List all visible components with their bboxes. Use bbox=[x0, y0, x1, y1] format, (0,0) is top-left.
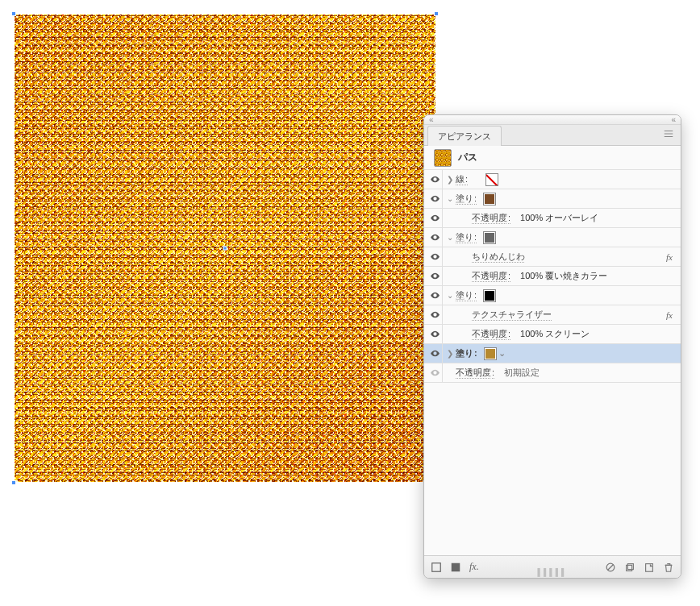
fill-row-4-selected[interactable]: ❯ 塗り ⌄ bbox=[424, 344, 681, 363]
collapse-arrow-icon[interactable]: ⌄ bbox=[444, 194, 456, 203]
fill2-opacity-row[interactable]: 不透明度 100% 覆い焼きカラー bbox=[424, 267, 681, 286]
collapse-right-icon[interactable]: « bbox=[671, 116, 676, 124]
stroke-swatch-none[interactable] bbox=[485, 173, 498, 186]
object-header-row[interactable]: パス bbox=[424, 146, 681, 170]
expand-arrow-icon[interactable]: ❯ bbox=[444, 175, 456, 184]
visibility-toggle[interactable] bbox=[427, 251, 442, 262]
visibility-toggle[interactable] bbox=[427, 174, 442, 185]
fx-badge-icon: fx bbox=[666, 310, 673, 320]
fill-label[interactable]: 塗り bbox=[456, 347, 479, 359]
svg-rect-5 bbox=[627, 563, 633, 569]
fill-row-1[interactable]: ⌄ 塗り bbox=[424, 189, 681, 209]
hamburger-icon bbox=[663, 128, 674, 139]
fill1-opacity-row[interactable]: 不透明度 100% オーバーレイ bbox=[424, 209, 681, 228]
fill-swatch[interactable] bbox=[484, 347, 497, 360]
opacity-label[interactable]: 不透明度 bbox=[472, 212, 512, 224]
add-effect-button[interactable]: fx. bbox=[469, 561, 479, 573]
fill-row-3[interactable]: ⌄ 塗り bbox=[424, 286, 681, 305]
expand-arrow-icon[interactable]: ❯ bbox=[444, 349, 456, 358]
opacity-value[interactable]: 初期設定 bbox=[504, 367, 540, 379]
new-item-button[interactable] bbox=[644, 562, 655, 573]
visibility-toggle-disabled bbox=[427, 367, 442, 378]
object-thumbnail bbox=[434, 149, 452, 167]
fill-label[interactable]: 塗り bbox=[456, 193, 478, 205]
fill3-effect-row[interactable]: テクスチャライザー fx bbox=[424, 305, 681, 325]
clear-appearance-button[interactable] bbox=[605, 562, 616, 573]
visibility-toggle[interactable] bbox=[427, 348, 442, 359]
fill-swatch[interactable] bbox=[483, 193, 496, 205]
stroke-row[interactable]: ❯ 線 bbox=[424, 170, 681, 189]
visibility-toggle[interactable] bbox=[427, 309, 442, 320]
svg-rect-4 bbox=[627, 565, 632, 571]
opacity-value[interactable]: 100% オーバーレイ bbox=[520, 212, 598, 224]
svg-rect-6 bbox=[646, 563, 653, 571]
svg-rect-1 bbox=[452, 562, 460, 571]
visibility-toggle[interactable] bbox=[427, 271, 442, 281]
opacity-label[interactable]: 不透明度 bbox=[472, 270, 512, 282]
object-opacity-row[interactable]: 不透明度 初期設定 bbox=[424, 363, 681, 383]
duplicate-item-button[interactable] bbox=[624, 562, 635, 573]
fill2-effect-row[interactable]: ちりめんじわ fx bbox=[424, 247, 681, 267]
fill-row-2[interactable]: ⌄ 塗り bbox=[424, 228, 681, 247]
effect-name[interactable]: ちりめんじわ bbox=[472, 251, 525, 263]
svg-rect-0 bbox=[432, 562, 441, 571]
new-stroke-button[interactable] bbox=[431, 562, 442, 573]
visibility-toggle[interactable] bbox=[427, 329, 442, 339]
collapse-left-icon[interactable]: « bbox=[429, 116, 434, 124]
swatch-dropdown-icon[interactable]: ⌄ bbox=[498, 347, 506, 360]
opacity-label[interactable]: 不透明度 bbox=[472, 328, 512, 340]
panel-menu-button[interactable] bbox=[656, 125, 681, 145]
fx-badge-icon: fx bbox=[666, 252, 673, 262]
appearance-panel: « « アピアランス パス ❯ 線 ⌄ 塗り bbox=[423, 114, 681, 579]
tab-appearance[interactable]: アピアランス bbox=[427, 126, 502, 146]
fill3-opacity-row[interactable]: 不透明度 100% スクリーン bbox=[424, 325, 681, 344]
tab-label: アピアランス bbox=[438, 131, 491, 141]
visibility-toggle[interactable] bbox=[427, 213, 442, 223]
visibility-toggle[interactable] bbox=[427, 193, 442, 204]
fill-label[interactable]: 塗り bbox=[456, 289, 478, 301]
collapse-arrow-icon[interactable]: ⌄ bbox=[444, 291, 456, 300]
panel-collapse-bar[interactable]: « « bbox=[424, 115, 681, 125]
stroke-label[interactable]: 線 bbox=[456, 173, 469, 185]
opacity-label[interactable]: 不透明度 bbox=[456, 367, 496, 379]
object-type-label: パス bbox=[458, 151, 477, 164]
fill-swatch[interactable] bbox=[483, 231, 496, 244]
delete-item-button[interactable] bbox=[663, 562, 674, 573]
fill-label[interactable]: 塗り bbox=[456, 231, 478, 243]
visibility-toggle[interactable] bbox=[427, 290, 442, 301]
visibility-toggle[interactable] bbox=[427, 232, 442, 243]
effect-name[interactable]: テクスチャライザー bbox=[472, 309, 552, 321]
resize-grip-icon[interactable]: ▌▌▌▌▌ bbox=[538, 568, 568, 576]
svg-line-3 bbox=[608, 564, 614, 570]
new-fill-button[interactable] bbox=[450, 562, 461, 573]
collapse-arrow-icon[interactable]: ⌄ bbox=[444, 233, 456, 242]
fill-swatch[interactable] bbox=[483, 289, 496, 302]
opacity-value[interactable]: 100% スクリーン bbox=[520, 328, 590, 340]
canvas[interactable] bbox=[15, 15, 435, 482]
gold-texture-artwork[interactable] bbox=[15, 15, 435, 482]
opacity-value[interactable]: 100% 覆い焼きカラー bbox=[520, 270, 607, 282]
